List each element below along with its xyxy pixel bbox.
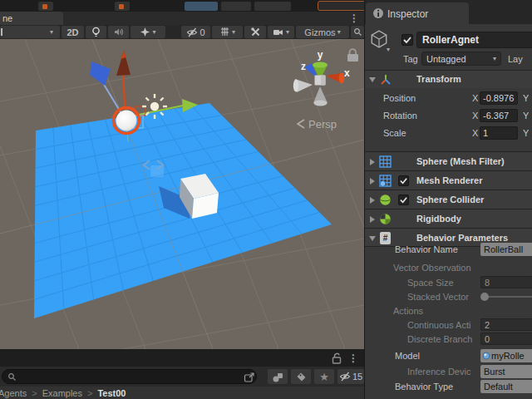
effects-dropdown[interactable]: ▾ <box>131 26 165 38</box>
camera-dropdown[interactable]: ▾ <box>268 26 294 38</box>
component-mesh-renderer[interactable]: Mesh Renderer <box>365 170 532 190</box>
component-title: Mesh Renderer <box>416 175 482 185</box>
tab-inspector-label: Inspector <box>387 8 428 20</box>
favorites-button[interactable]: ★ <box>314 369 334 384</box>
breadcrumb-item[interactable]: Agents <box>0 388 27 398</box>
transform-header[interactable]: Transform <box>365 70 532 88</box>
hidden-count: 15 <box>352 372 362 382</box>
grid-icon <box>219 27 230 37</box>
grid-dropdown[interactable]: ▾ <box>212 26 243 38</box>
scene-visibility-button[interactable]: 0 <box>181 26 210 38</box>
open-search-window-icon[interactable] <box>244 372 255 383</box>
draw-mode-dropdown[interactable]: ▾ <box>0 26 60 38</box>
project-menu-icon[interactable]: ⋮ <box>348 352 358 364</box>
rotation-x-field[interactable]: -6.367 <box>480 109 518 122</box>
axis-label-y: y <box>318 49 323 61</box>
foldout-arrow-icon[interactable] <box>370 197 375 204</box>
component-checkbox[interactable] <box>398 175 409 186</box>
project-toolbar: ★ 15 <box>0 367 364 387</box>
axis-y-label: Y <box>523 91 529 105</box>
active-checkbox[interactable] <box>401 34 413 46</box>
hidden-count: 0 <box>200 27 204 37</box>
sphere-collider-icon <box>379 194 392 206</box>
actions-label: Actions <box>393 304 423 318</box>
scene-viewport[interactable]: y z x Persp <box>0 39 364 349</box>
tab-scene[interactable]: ne <box>0 12 63 25</box>
shapes-icon <box>272 372 283 382</box>
breadcrumb-separator: > <box>32 388 37 398</box>
tag-label: Tag <box>403 52 418 66</box>
space-size-field[interactable]: 8 <box>480 276 532 288</box>
foldout-arrow-icon[interactable] <box>369 236 376 241</box>
unlock-icon[interactable] <box>331 352 342 364</box>
component-rigidbody[interactable]: Rigidbody <box>365 209 532 228</box>
draw-mode-icon <box>1 28 2 36</box>
behavior-name-label: Behavior Name <box>395 243 458 256</box>
inspector-tab-bar: Inspector <box>365 0 532 24</box>
chevron-down-icon[interactable]: ▾ <box>387 47 390 53</box>
component-sphere-collider[interactable]: Sphere Collider <box>365 190 532 209</box>
tab-scene-label: ne <box>2 12 12 24</box>
position-x-field[interactable]: -0.8976 <box>480 91 518 105</box>
axis-y-label: Y <box>523 126 529 140</box>
toolbar-button[interactable] <box>185 2 218 11</box>
check-icon <box>399 176 408 185</box>
toolbar-button[interactable] <box>221 2 251 11</box>
filter-by-type-button[interactable] <box>268 369 288 384</box>
directional-light-icon[interactable] <box>142 94 167 119</box>
axis-x-label: X <box>472 126 478 140</box>
audio-toggle-button[interactable] <box>108 26 129 38</box>
tools-icon <box>250 27 261 37</box>
filter-by-label-button[interactable] <box>291 369 311 384</box>
component-checkbox[interactable] <box>398 195 409 205</box>
foldout-arrow-icon[interactable] <box>370 159 375 165</box>
breadcrumb-item-current[interactable]: Test00 <box>97 388 126 398</box>
toolbar-button-active[interactable] <box>318 1 367 11</box>
tag-dropdown[interactable]: Untagged ▾ <box>421 52 501 66</box>
scene-tab-bar: ne ⋮ <box>0 12 364 25</box>
breadcrumb-item[interactable]: Examples <box>42 388 82 398</box>
roller-agent-sphere[interactable] <box>114 108 140 134</box>
inference-device-dropdown[interactable]: Burst <box>480 365 532 378</box>
toolbar-button[interactable] <box>254 2 291 11</box>
foldout-arrow-icon[interactable] <box>370 216 375 223</box>
foldout-arrow-icon[interactable] <box>369 77 376 82</box>
scene-search-button[interactable] <box>351 26 364 38</box>
transform-title: Transform <box>416 74 461 84</box>
rigidbody-icon <box>379 213 392 225</box>
transform-icon <box>379 73 392 86</box>
tag-value: Untagged <box>426 54 466 64</box>
axis-y-label: Y <box>523 109 529 122</box>
mesh-filter-icon <box>379 155 392 168</box>
component-title: Behavior Parameters <box>416 233 508 243</box>
component-tools-button[interactable] <box>244 26 266 38</box>
space-size-label: Space Size <box>407 276 454 288</box>
lighting-toggle-button[interactable] <box>86 26 106 38</box>
speaker-icon <box>113 27 124 37</box>
model-asset-icon <box>482 352 490 360</box>
2d-toggle-button[interactable]: 2D <box>62 26 84 38</box>
toolbar-button[interactable] <box>115 2 130 11</box>
discrete-branches-field[interactable]: 0 <box>480 332 532 345</box>
effects-star-icon <box>140 27 150 37</box>
slider-track <box>485 296 532 298</box>
object-name-field[interactable]: RollerAgnet <box>416 32 532 48</box>
continuous-actions-field[interactable]: 2 <box>480 318 532 331</box>
toolbar-button[interactable] <box>38 2 53 11</box>
behavior-type-dropdown[interactable]: Default <box>480 380 532 393</box>
project-visibility-button[interactable]: 15 <box>337 369 364 384</box>
scale-x-field[interactable]: 1 <box>480 126 518 140</box>
component-mesh-filter[interactable]: Sphere (Mesh Filter) <box>365 151 532 170</box>
eye-slash-icon <box>339 372 351 382</box>
slider-handle[interactable] <box>480 293 489 301</box>
gizmos-dropdown[interactable]: Gizmos ▾ <box>296 26 349 38</box>
behavior-name-field[interactable]: RollerBall <box>480 243 532 256</box>
breadcrumb-separator: > <box>87 388 92 398</box>
scene-menu-icon[interactable]: ⋮ <box>349 12 359 24</box>
stacked-vectors-slider[interactable] <box>480 290 532 303</box>
project-search-input[interactable] <box>2 369 257 384</box>
tab-inspector[interactable]: Inspector <box>366 2 469 24</box>
foldout-arrow-icon[interactable] <box>370 178 375 185</box>
project-panel-bar: ⋮ <box>0 349 364 367</box>
model-field[interactable]: myRolle <box>480 349 532 362</box>
